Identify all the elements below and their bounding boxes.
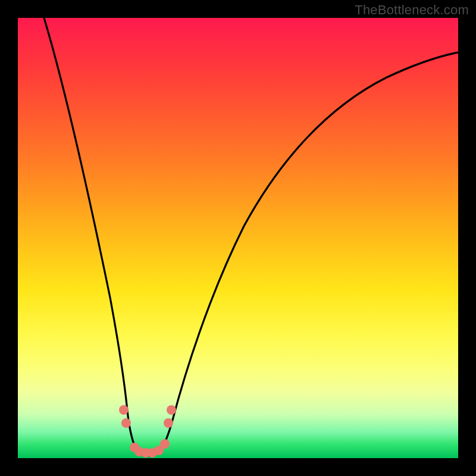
watermark-text: TheBottleneck.com [355,2,469,18]
marker-dot [119,405,129,415]
marker-dot [160,439,170,449]
chart-frame: TheBottleneck.com [0,0,476,476]
marker-dot [121,418,131,428]
plot-area [18,18,458,458]
marker-dot [167,405,176,415]
curve-layer [18,18,458,458]
bottleneck-curve [44,18,458,456]
marker-dot [164,418,173,428]
